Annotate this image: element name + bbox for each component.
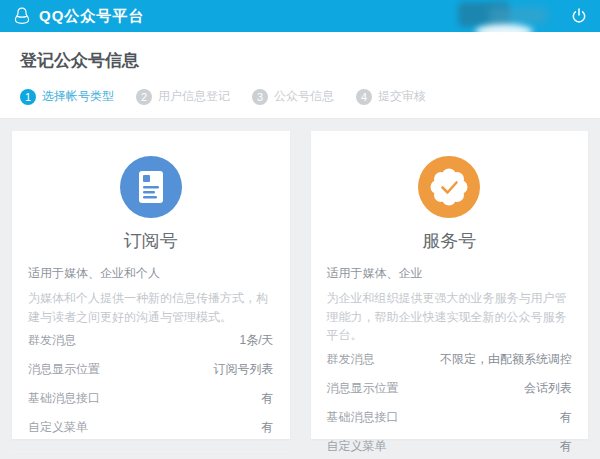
badge-check-icon [418,156,480,218]
feature-row: 群发消息 不限定，由配额系统调控 [327,345,573,374]
card-description-block: 适用于媒体、企业 为企业和组织提供更强大的业务服务与用户管理能力，帮助企业快速实… [311,253,589,345]
card-audience: 适用于媒体、企业 [327,265,573,282]
subscription-account-icon [120,156,182,218]
redaction-smudge [488,7,548,24]
select-continue-button-subscription[interactable]: 选择并继续 [12,451,290,459]
document-icon [120,156,182,218]
step-number-badge: 2 [136,89,152,105]
feature-label: 基础消息接口 [28,390,100,407]
step-number-badge: 3 [252,89,268,105]
feature-row: 群发消息 1条/天 [28,326,274,355]
step-number-badge: 1 [20,89,36,105]
feature-value: 有 [560,409,572,426]
step-1-select-account-type: 1 选择帐号类型 [20,88,114,105]
feature-value: 会话列表 [524,380,572,397]
step-label: 公众号信息 [274,88,334,105]
page-header: 登记公众号信息 1 选择帐号类型 2 用户信息登记 3 公众号信息 4 提交审核 [0,32,600,119]
logout-power-icon[interactable] [570,7,588,25]
card-subscription-account[interactable]: 订阅号 适用于媒体、企业和个人 为媒体和个人提供一种新的信息传播方式，构建与读者… [12,131,290,439]
step-label: 提交审核 [378,88,426,105]
step-3-account-info: 3 公众号信息 [252,88,334,105]
step-indicator: 1 选择帐号类型 2 用户信息登记 3 公众号信息 4 提交审核 [20,88,580,105]
feature-row: 基础消息接口 有 [327,403,573,432]
card-title: 订阅号 [12,229,290,253]
topbar: QQ公众号平台 [0,0,600,32]
card-description: 为企业和组织提供更强大的业务服务与用户管理能力，帮助企业快速实现全新的公众号服务… [327,289,573,345]
feature-value: 有 [262,390,274,407]
feature-value: 有 [262,419,274,436]
topbar-right [570,0,588,32]
feature-value: 有 [560,438,572,455]
card-title: 服务号 [311,229,589,253]
feature-row: 自定义菜单 有 [28,413,274,442]
step-number-badge: 4 [356,89,372,105]
card-audience: 适用于媒体、企业和个人 [28,265,274,282]
feature-label: 消息显示位置 [327,380,399,397]
account-type-cards: 订阅号 适用于媒体、企业和个人 为媒体和个人提供一种新的信息传播方式，构建与读者… [0,119,600,439]
step-label: 选择帐号类型 [42,88,114,105]
feature-label: 消息显示位置 [28,361,100,378]
feature-row: 消息显示位置 会话列表 [327,374,573,403]
feature-label: 基础消息接口 [327,409,399,426]
feature-label: 自定义菜单 [327,438,387,455]
feature-list: 群发消息 不限定，由配额系统调控 消息显示位置 会话列表 基础消息接口 有 自定… [311,345,589,459]
feature-row: 消息显示位置 订阅号列表 [28,355,274,384]
feature-label: 群发消息 [28,332,76,349]
card-service-account[interactable]: 服务号 适用于媒体、企业 为企业和组织提供更强大的业务服务与用户管理能力，帮助企… [311,131,589,439]
feature-row: 自定义菜单 有 [327,432,573,459]
feature-value: 1条/天 [239,332,273,349]
card-description: 为媒体和个人提供一种新的信息传播方式，构建与读者之间更好的沟通与管理模式。 [28,289,274,326]
redaction-smudge [475,24,533,39]
qq-logo-icon [12,6,32,26]
page-title: 登记公众号信息 [20,49,580,72]
step-label: 用户信息登记 [158,88,230,105]
feature-list: 群发消息 1条/天 消息显示位置 订阅号列表 基础消息接口 有 自定义菜单 有 [12,326,290,442]
feature-value: 订阅号列表 [214,361,274,378]
feature-label: 群发消息 [327,351,375,368]
feature-value: 不限定，由配额系统调控 [440,351,572,368]
feature-row: 基础消息接口 有 [28,384,274,413]
feature-label: 自定义菜单 [28,419,88,436]
brand-title: QQ公众号平台 [39,7,144,26]
step-2-user-info: 2 用户信息登记 [136,88,230,105]
service-account-icon [418,156,480,218]
step-4-submit-review: 4 提交审核 [356,88,426,105]
brand[interactable]: QQ公众号平台 [12,6,144,26]
card-description-block: 适用于媒体、企业和个人 为媒体和个人提供一种新的信息传播方式，构建与读者之间更好… [12,253,290,326]
